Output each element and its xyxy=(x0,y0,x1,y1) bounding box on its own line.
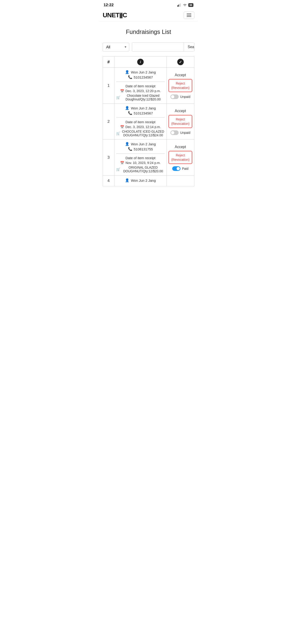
menu-button[interactable] xyxy=(184,12,194,19)
receipt-item: 🛒 ORIGINAL GLAZED DOUGHNUT/Qty:12/$20.00 xyxy=(116,166,164,173)
hamburger-line-2 xyxy=(187,15,191,16)
svg-rect-0 xyxy=(177,5,178,7)
filter-select[interactable]: All Accepted Rejected Pending xyxy=(103,42,129,52)
hamburger-line-1 xyxy=(187,14,191,14)
table-header-row: # i ✓ xyxy=(103,56,194,68)
table-container: # i ✓ 1 👤 Won Jun 2 Jang 📞 5101 xyxy=(99,56,198,186)
payment-status-label: Unpaid xyxy=(180,131,190,134)
phone-icon: 📞 xyxy=(128,75,132,79)
status-time: 12:22 xyxy=(104,3,114,7)
row-date: Dec. 3, 2023, 12:20 p.m. xyxy=(126,89,161,93)
row-phone: 5101234567 xyxy=(134,111,153,115)
receipt-item: 🛒 Chocolate Iced Glazed Doughnut/Qty:12/… xyxy=(116,94,164,101)
calendar-icon: 📅 xyxy=(120,89,124,93)
payment-toggle[interactable] xyxy=(172,166,180,171)
row-name: Won Jun 2 Jang xyxy=(131,106,156,110)
accept-button[interactable]: Accept xyxy=(168,72,192,79)
svg-rect-1 xyxy=(178,4,179,7)
status-bar: 12:22 98 xyxy=(99,0,198,9)
svg-rect-2 xyxy=(179,4,180,7)
row-item: CHOCOLATE ICED GLAZED DOUGHNUT/Qty:12/$2… xyxy=(122,130,164,137)
cart-icon: 🛒 xyxy=(116,168,120,171)
row-action: Accept Reject(Revocation) Unpaid xyxy=(167,68,194,104)
row-action xyxy=(167,176,194,186)
calendar-icon: 📅 xyxy=(120,161,124,165)
filter-row: All Accepted Rejected Pending ▼ Search xyxy=(99,40,198,56)
info-icon: i xyxy=(137,59,144,65)
search-input[interactable] xyxy=(132,42,184,51)
payment-toggle-wrap: Unpaid xyxy=(168,130,192,135)
payment-toggle[interactable] xyxy=(170,94,179,99)
row-info: 👤 Won Jun 2 Jang 📞 5101234567 Date of it… xyxy=(114,68,167,104)
payment-status-label: Unpaid xyxy=(180,95,190,98)
svg-rect-3 xyxy=(180,4,181,7)
phone-icon: 📞 xyxy=(128,147,132,151)
search-button[interactable]: Search xyxy=(184,42,194,51)
row-date: Dec. 3, 2023, 12:14 p.m. xyxy=(126,125,161,129)
row-item: ORIGINAL GLAZED DOUGHNUT/Qty:12/$20.00 xyxy=(122,166,164,173)
row-info: 👤 Won Jun 2 Jang xyxy=(114,176,167,186)
row-number: 1 xyxy=(103,68,114,104)
row-date: Nov. 10, 2023, 9:24 p.m. xyxy=(126,161,160,165)
page-title: Fundraisings List xyxy=(103,28,194,36)
search-wrap: Search xyxy=(132,42,194,52)
table-row: 4 👤 Won Jun 2 Jang xyxy=(103,176,194,186)
battery-icon: 98 xyxy=(188,3,194,7)
row-phone: 5101234567 xyxy=(134,75,153,79)
row-name: Won Jun 2 Jang xyxy=(131,70,156,74)
row-action: Accept Reject(Revocation) Paid xyxy=(167,140,194,176)
th-action: ✓ xyxy=(167,56,194,68)
payment-status-label: Paid xyxy=(182,167,188,170)
table-row: 2 👤 Won Jun 2 Jang 📞 5101234567 Date of … xyxy=(103,104,194,140)
table-row: 1 👤 Won Jun 2 Jang 📞 5101234567 Date of … xyxy=(103,68,194,104)
hamburger-line-3 xyxy=(187,16,191,17)
receipt-date: 📅 Nov. 10, 2023, 9:24 p.m. xyxy=(116,161,164,165)
row-info: 👤 Won Jun 2 Jang 📞 5101234567 Date of it… xyxy=(114,104,167,140)
accept-button[interactable]: Accept xyxy=(168,108,192,115)
cart-icon: 🛒 xyxy=(116,96,120,99)
status-icons: 98 xyxy=(177,3,194,7)
receipt-date: 📅 Dec. 3, 2023, 12:14 p.m. xyxy=(116,125,164,129)
row-info: 👤 Won Jun 2 Jang 📞 5108131755 Date of it… xyxy=(114,140,167,176)
logo: UNET⬛C xyxy=(103,12,127,19)
hash-label: # xyxy=(107,60,110,64)
reject-button[interactable]: Reject(Revocation) xyxy=(168,79,192,92)
filter-select-wrap: All Accepted Rejected Pending ▼ xyxy=(103,42,129,52)
receipt-label: Date of item receipt xyxy=(116,84,164,88)
receipt-label: Date of item receipt xyxy=(116,156,164,160)
receipt-date: 📅 Dec. 3, 2023, 12:20 p.m. xyxy=(116,89,164,93)
row-item: Chocolate Iced Glazed Doughnut/Qty:12/$2… xyxy=(122,94,164,101)
row-phone: 5108131755 xyxy=(134,147,153,151)
row-number: 3 xyxy=(103,140,114,176)
row-number: 2 xyxy=(103,104,114,140)
receipt-item: 🛒 CHOCOLATE ICED GLAZED DOUGHNUT/Qty:12/… xyxy=(116,130,164,137)
navbar: UNET⬛C xyxy=(99,9,198,22)
person-icon: 👤 xyxy=(125,106,130,110)
fundraise-table: # i ✓ 1 👤 Won Jun 2 Jang 📞 5101 xyxy=(103,56,194,186)
check-icon: ✓ xyxy=(177,59,184,65)
person-icon: 👤 xyxy=(125,178,130,182)
row-name: Won Jun 2 Jang xyxy=(131,178,156,182)
receipt-label: Date of item receipt xyxy=(116,120,164,124)
payment-toggle-wrap: Unpaid xyxy=(168,94,192,99)
th-number: # xyxy=(103,56,114,68)
row-action: Accept Reject(Revocation) Unpaid xyxy=(167,104,194,140)
row-name: Won Jun 2 Jang xyxy=(131,142,156,146)
signal-icon xyxy=(177,4,182,7)
th-info: i xyxy=(114,56,167,68)
calendar-icon: 📅 xyxy=(120,125,124,129)
payment-toggle-wrap: Paid xyxy=(168,166,192,171)
reject-button[interactable]: Reject(Revocation) xyxy=(168,115,192,128)
wifi-icon xyxy=(183,4,187,7)
person-icon: 👤 xyxy=(125,142,130,146)
payment-toggle[interactable] xyxy=(170,130,179,135)
table-row: 3 👤 Won Jun 2 Jang 📞 5108131755 Date of … xyxy=(103,140,194,176)
phone-icon: 📞 xyxy=(128,111,132,115)
accept-button[interactable]: Accept xyxy=(168,144,192,151)
page-title-section: Fundraisings List xyxy=(99,22,198,40)
reject-button[interactable]: Reject(Revocation) xyxy=(168,151,192,164)
row-number: 4 xyxy=(103,176,114,186)
cart-icon: 🛒 xyxy=(116,132,120,135)
person-icon: 👤 xyxy=(125,70,130,74)
